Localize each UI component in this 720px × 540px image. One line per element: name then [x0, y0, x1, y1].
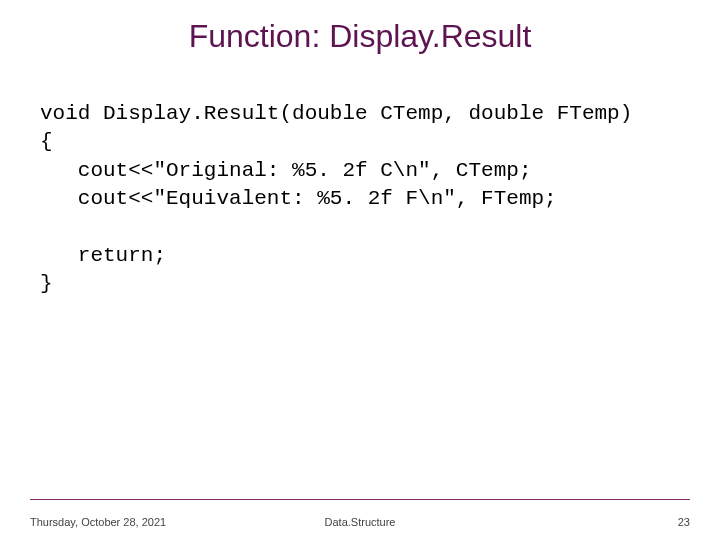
- footer-divider: [30, 499, 690, 500]
- page-number: 23: [678, 516, 690, 528]
- code-line: return;: [40, 244, 166, 267]
- code-line: cout<<"Equivalent: %5. 2f F\n", FTemp;: [40, 187, 557, 210]
- slide: Function: Display.Result void Display.Re…: [0, 0, 720, 540]
- code-line: void Display.Result(double CTemp, double…: [40, 102, 632, 125]
- code-block: void Display.Result(double CTemp, double…: [40, 100, 680, 298]
- footer: Thursday, October 28, 2021 Data.Structur…: [30, 508, 690, 528]
- code-line: cout<<"Original: %5. 2f C\n", CTemp;: [40, 159, 531, 182]
- code-line: {: [40, 130, 53, 153]
- footer-title: Data.Structure: [30, 516, 690, 528]
- slide-title: Function: Display.Result: [0, 18, 720, 55]
- code-line: }: [40, 272, 53, 295]
